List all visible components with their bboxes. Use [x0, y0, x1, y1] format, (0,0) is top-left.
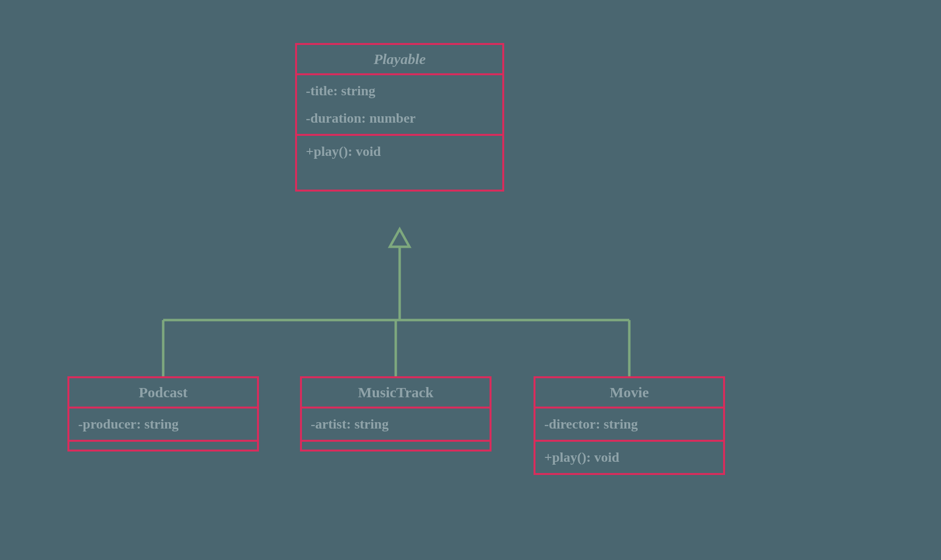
class-attributes: -title: string-duration: number — [297, 75, 502, 136]
class-attributes: -producer: string — [69, 409, 257, 442]
class-title: Playable — [297, 45, 502, 75]
class-method: +play(): void — [535, 444, 723, 471]
class-attributes: -artist: string — [302, 409, 490, 442]
class-playable: Playable -title: string-duration: number… — [295, 43, 504, 192]
class-title: MusicTrack — [302, 378, 490, 409]
class-methods — [302, 442, 490, 450]
svg-marker-5 — [390, 229, 409, 247]
class-methods: +play(): void — [297, 136, 502, 190]
class-title: Podcast — [69, 378, 257, 409]
class-attribute: -producer: string — [69, 410, 257, 438]
class-method: +play(): void — [297, 138, 502, 165]
class-attribute: -duration: number — [297, 105, 502, 132]
class-attribute: -artist: string — [302, 410, 490, 438]
class-title: Movie — [535, 378, 723, 409]
class-attributes: -director: string — [535, 409, 723, 442]
class-methods: +play(): void — [535, 442, 723, 473]
class-podcast: Podcast-producer: string — [67, 376, 259, 452]
class-movie: Movie-director: string+play(): void — [534, 376, 725, 475]
uml-class-diagram: Playable -title: string-duration: number… — [0, 0, 941, 560]
class-musictrack: MusicTrack-artist: string — [300, 376, 492, 452]
class-attribute: -director: string — [535, 410, 723, 438]
class-methods — [69, 442, 257, 450]
class-attribute: -title: string — [297, 77, 502, 105]
